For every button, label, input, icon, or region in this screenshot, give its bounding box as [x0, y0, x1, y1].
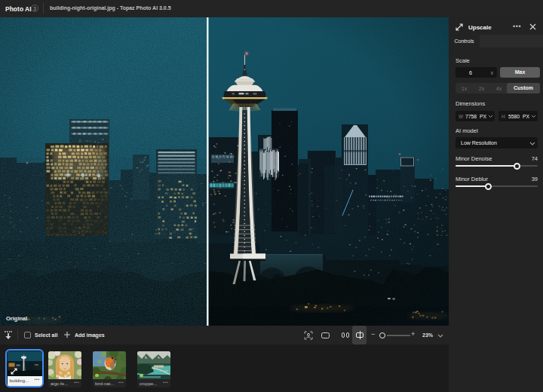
svg-text:Original: Original	[6, 315, 27, 322]
